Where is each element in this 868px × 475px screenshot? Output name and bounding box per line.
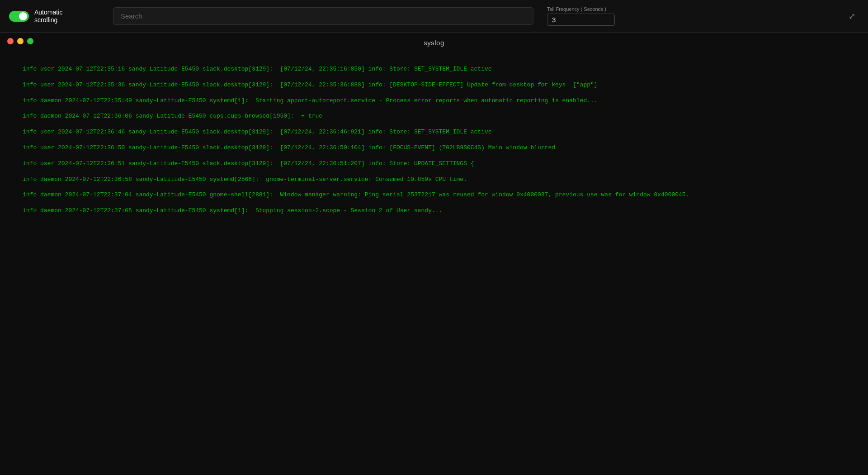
search-input[interactable] — [113, 7, 533, 25]
auto-scroll-label-line2: scrolling — [34, 16, 57, 24]
log-line: info daemon 2024-07-12T22:35:49 sandy-La… — [23, 96, 845, 106]
auto-scroll-toggle[interactable] — [9, 11, 29, 22]
log-container[interactable]: info user 2024-07-12T22:35:16 sandy-Lati… — [0, 51, 868, 466]
auto-scroll-section: Automatic scrolling — [9, 9, 99, 24]
maximize-dot[interactable] — [27, 38, 33, 44]
search-wrapper — [113, 7, 533, 25]
window-dots — [0, 33, 41, 44]
log-line: info user 2024-07-12T22:35:36 sandy-Lati… — [23, 81, 845, 90]
log-line: info daemon 2024-07-12T22:37:04 sandy-La… — [23, 190, 845, 200]
log-line: info user 2024-07-12T22:35:16 sandy-Lati… — [23, 65, 845, 74]
log-line: info daemon 2024-07-12T22:36:06 sandy-La… — [23, 112, 845, 121]
log-line: info daemon 2024-07-12T22:36:58 sandy-La… — [23, 175, 845, 185]
log-line: info daemon 2024-07-12T22:37:05 sandy-La… — [23, 206, 845, 216]
toggle-track — [9, 11, 29, 22]
auto-scroll-label-line1: Automatic — [34, 9, 62, 16]
expand-icon[interactable]: ⤢ — [845, 8, 859, 25]
tail-frequency-section: Tail Frequency ( Seconds ) — [547, 6, 628, 26]
auto-scroll-label: Automatic scrolling — [34, 9, 62, 24]
toggle-thumb — [19, 12, 27, 20]
log-line: info user 2024-07-12T22:36:50 sandy-Lati… — [23, 143, 845, 153]
tail-frequency-label: Tail Frequency ( Seconds ) — [547, 6, 606, 12]
log-line: info user 2024-07-12T22:36:46 sandy-Lati… — [23, 128, 845, 137]
main-content: syslog info user 2024-07-12T22:35:16 san… — [0, 33, 868, 475]
navbar: Automatic scrolling Tail Frequency ( Sec… — [0, 0, 868, 33]
minimize-dot[interactable] — [17, 38, 24, 44]
syslog-title: syslog — [0, 33, 868, 47]
close-dot[interactable] — [7, 38, 14, 44]
tail-frequency-input[interactable] — [547, 14, 615, 26]
log-line: info user 2024-07-12T22:36:51 sandy-Lati… — [23, 159, 845, 169]
